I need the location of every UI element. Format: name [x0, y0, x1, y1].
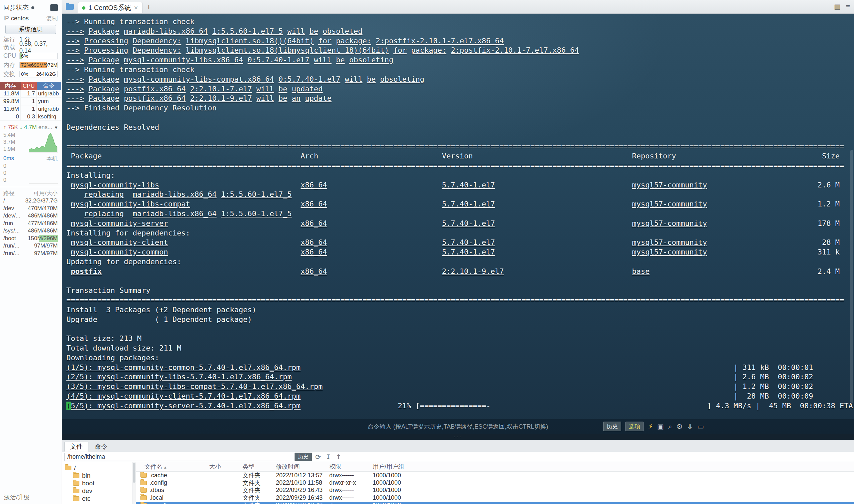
network-scale: 5.4M3.7M1.9M [3, 131, 29, 152]
load-label: 负载 [3, 43, 17, 51]
terminal[interactable]: --> Running transaction check---> Packag… [62, 14, 854, 434]
terminal-line: ========================================… [67, 295, 854, 305]
swap-usage-size: 264K/2G [35, 71, 57, 77]
terminal-line: Total size: 213 M [67, 334, 854, 344]
gear-icon[interactable]: ⚙ [676, 423, 683, 430]
file-col-header[interactable]: 权限 [327, 463, 370, 471]
disk-row: /run/...97M/97M [3, 250, 58, 257]
folder-icon [73, 496, 79, 501]
folder-icon [141, 495, 147, 500]
network-interface: ens... [38, 124, 52, 131]
display-icon[interactable]: ▭ [697, 423, 704, 430]
panel-tab-commands[interactable]: 命令 [89, 442, 113, 452]
path-input[interactable] [65, 453, 291, 461]
grid-view-icon[interactable]: ▦ [834, 3, 841, 11]
folder-icon [73, 481, 79, 486]
memory-label: 内存 [3, 61, 17, 69]
terminal-line: postfix x86_64 2:2.10.1-9.el7 base 2.4 M [67, 267, 854, 276]
file-row[interactable]: .config文件夹2022/10/10 11:58drwxr-xr-x1000… [136, 479, 854, 486]
file-col-header[interactable]: 类型 [240, 463, 273, 471]
download-icon[interactable]: ↧ [326, 454, 331, 460]
tree-item[interactable]: dev [62, 487, 132, 495]
terminal-line: (3/5): mysql-community-libs-compat-5.7.4… [67, 382, 854, 392]
terminal-line: --> Running transaction check [67, 65, 854, 75]
process-col-header[interactable]: 命令 [37, 82, 61, 90]
system-monitor-sidebar: 同步状态 IP centos 复制 系统信息 运行 1 分 负载 0.58, 0… [0, 0, 61, 504]
terminal-line: ---> Package mysql-community-libs.x86_64… [67, 55, 854, 65]
upload-rate-value: 75K [8, 124, 18, 131]
terminal-line: ---> Package postfix.x86_64 2:2.10.1-7.e… [67, 84, 854, 94]
process-row[interactable]: 00.3ksoftirq [0, 113, 61, 121]
download-icon[interactable]: ⇩ [687, 423, 693, 430]
disk-size-header: 可用/大小 [33, 190, 58, 197]
file-row[interactable]: .dbus文件夹2022/09/29 16:43drwx------1000/1… [136, 487, 854, 494]
terminal-line [67, 325, 854, 334]
terminal-line: Install 3 Packages (+2 Dependent package… [67, 305, 854, 315]
terminal-line: (1/5): mysql-community-common-5.7.40-1.e… [67, 363, 854, 373]
close-tab-icon[interactable]: × [134, 4, 138, 12]
bottom-panel-tabs: 文件命令 [62, 440, 854, 452]
panel-splitter[interactable]: ··· [62, 434, 854, 440]
cpu-label: CPU [3, 52, 17, 59]
terminal-line: (4/5): mysql-community-client-5.7.40-1.e… [67, 392, 854, 401]
terminal-scrollbar-thumb[interactable] [850, 150, 853, 403]
file-row[interactable]: .local文件夹2022/09/29 16:43drwx------1000/… [136, 494, 854, 501]
upload-icon[interactable]: ↥ [336, 454, 342, 460]
file-col-header[interactable]: 修改时间 [273, 463, 327, 471]
menu-icon[interactable]: ≡ [846, 3, 850, 11]
process-col-header[interactable]: 内存 [0, 82, 21, 90]
command-input-bar[interactable]: 命令输入 (按ALT键提示历史,TAB键路径,ESC键返回,双击CTRL切换) … [62, 419, 854, 434]
tree-item[interactable]: bin [62, 472, 132, 479]
network-sparkline [29, 131, 58, 152]
tree-scrollbar-thumb[interactable] [133, 463, 135, 483]
process-row[interactable]: 11.6M1urlgrabb [0, 105, 61, 113]
activate-upgrade-link[interactable]: 激活/升级 [4, 493, 30, 501]
path-toolbar-icons: ⟳↧↥ [315, 454, 341, 460]
tree-scrollbar[interactable] [132, 462, 136, 504]
file-col-header[interactable]: 大小 [206, 463, 240, 471]
connections-folder-icon[interactable] [66, 4, 74, 10]
terminal-line: (5/5): mysql-community-server-5.7.40-1.e… [67, 401, 854, 411]
file-row[interactable]: .cache文件夹2022/10/12 13:57drwx------1000/… [136, 472, 854, 479]
file-col-header[interactable]: 用户/用户组 [370, 463, 854, 471]
panel-tab-files[interactable]: 文件 [65, 442, 88, 452]
tabbar-right-icons: ▦≡ [834, 3, 850, 11]
session-tab[interactable]: 1 CentOS系统 × [78, 2, 142, 13]
folder-icon [73, 473, 79, 478]
cpu-usage-bar: 6% [19, 53, 58, 59]
history-button[interactable]: 历史 [603, 421, 621, 431]
terminal-line: ---> Package mysql-community-libs-compat… [67, 75, 854, 84]
disk-row: /boot150M/296M [3, 235, 58, 242]
process-row[interactable]: 99.8M1yum [0, 98, 61, 105]
disk-row: /dev470M/470M [3, 205, 58, 213]
folder-icon [141, 481, 147, 485]
tree-item[interactable]: / [62, 464, 132, 472]
search-icon[interactable]: ⌕ [668, 423, 672, 430]
options-button[interactable]: 选项 [625, 421, 643, 431]
terminal-line: Downloading packages: [67, 353, 854, 363]
process-table-body: 11.8M1.7urlgrabb99.8M1yum11.6M1urlgrabb0… [0, 90, 61, 121]
tree-item[interactable]: boot [62, 479, 132, 487]
sidebar-settings-icon[interactable] [50, 4, 58, 11]
disk-row: /dev/...486M/486M [3, 212, 58, 220]
process-row[interactable]: 11.8M1.7urlgrabb [0, 90, 61, 98]
file-col-header[interactable]: 文件名▴ [136, 463, 206, 471]
refresh-icon[interactable]: ⟳ [315, 454, 321, 460]
terminal-line: replacing mariadb-libs.x86_64 1:5.5.60-1… [67, 209, 854, 219]
system-info-button[interactable]: 系统信息 [5, 25, 56, 34]
process-col-header[interactable]: CPU [21, 82, 37, 90]
terminal-line [67, 276, 854, 286]
terminal-line: mysql-community-libs-compat x86_64 5.7.4… [67, 199, 854, 209]
lightning-icon[interactable]: ⚡ [648, 423, 653, 430]
new-tab-button[interactable]: + [146, 2, 151, 11]
file-history-button[interactable]: 历史 [294, 453, 312, 461]
file-row[interactable]: .mozilla文件夹2022/09/29 16:43drwx------100… [136, 502, 854, 504]
file-table: 文件名▴大小类型修改时间权限用户/用户组 .cache文件夹2022/10/12… [136, 462, 854, 504]
network-section: ↑ 75K ↓ 4.7M ens... ▼ 5.4M3.7M1.9M [0, 121, 61, 152]
tree-item[interactable]: etc [62, 495, 132, 502]
copy-ip-button[interactable]: 复制 [47, 15, 58, 22]
terminal-line: mysql-community-common x86_64 5.7.40-1.e… [67, 248, 854, 257]
interface-dropdown-icon[interactable]: ▼ [54, 125, 58, 130]
copy-icon[interactable]: ▣ [657, 423, 664, 430]
terminal-line: Upgrade ( 1 Dependent package) [67, 315, 854, 325]
